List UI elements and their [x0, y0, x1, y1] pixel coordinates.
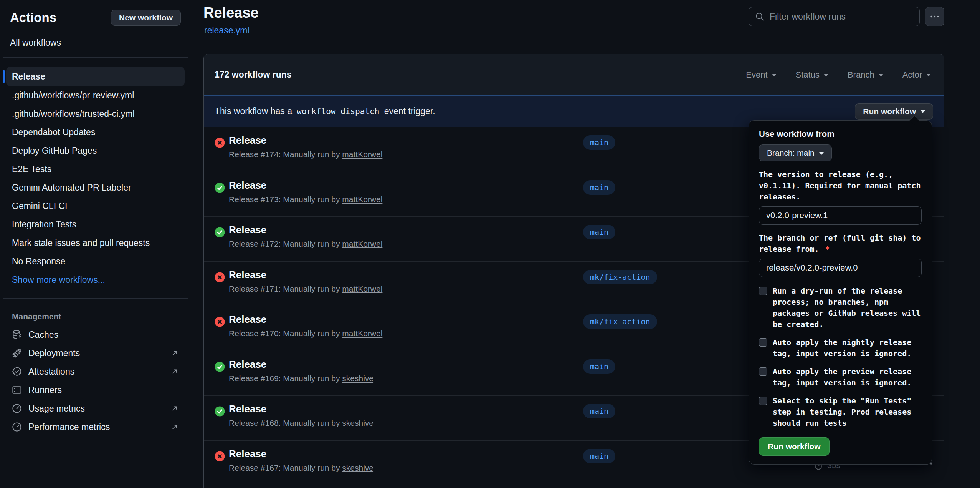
run-title-link[interactable]: Release — [229, 448, 266, 460]
sidebar-item-attestations[interactable]: Attestations — [6, 362, 185, 381]
sidebar-item-label: .github/workflows/trusted-ci.yml — [12, 109, 135, 119]
sidebar-item-release[interactable]: Release — [6, 67, 185, 86]
checkbox-label: Run a dry-run of the release process; no… — [773, 285, 922, 330]
workflow-options-button[interactable] — [925, 7, 944, 26]
sidebar-item-mark-stale-issues-and-pull-requests[interactable]: Mark stale issues and pull requests — [6, 234, 185, 252]
filter-event-dropdown[interactable]: Event — [746, 70, 776, 80]
dispatch-option-4: Select to skip the "Run Tests" step in t… — [759, 395, 922, 429]
management-heading: Management — [0, 308, 191, 325]
branch-badge[interactable]: main — [583, 135, 615, 150]
all-workflows-link[interactable]: All workflows — [10, 38, 181, 48]
sidebar-item-runners[interactable]: Runners — [6, 381, 185, 399]
filter-branch-dropdown[interactable]: Branch — [848, 70, 883, 80]
sidebar-item-gemini-cli-ci[interactable]: Gemini CLI CI — [6, 197, 185, 215]
checkbox[interactable] — [759, 338, 767, 347]
run-workflow-dropdown-button[interactable]: Run workflow — [855, 103, 933, 120]
branch-badge[interactable]: mk/fix-action — [583, 314, 657, 329]
run-actor-link[interactable]: mattKorwel — [342, 150, 382, 159]
run-title-link[interactable]: Release — [229, 224, 266, 236]
run-description: Release #170: Manually run by mattKorwel — [229, 329, 382, 338]
checkbox[interactable] — [759, 367, 767, 376]
sidebar-item-github-workflows-pr-review-yml[interactable]: .github/workflows/pr-review.yml — [6, 86, 185, 105]
branch-badge[interactable]: main — [583, 449, 615, 463]
main-content: Release release.yml 172 workflow runs Ev… — [191, 0, 980, 488]
run-title-link[interactable]: Release — [229, 403, 266, 415]
sidebar-item-usage-metrics[interactable]: Usage metrics — [6, 399, 185, 418]
run-actor-link[interactable]: mattKorwel — [342, 329, 382, 338]
run-actor-link[interactable]: mattKorwel — [342, 239, 382, 248]
x-circle-fill-icon — [215, 317, 225, 327]
server-icon — [12, 385, 22, 395]
show-more-workflows-link[interactable]: Show more workflows... — [6, 271, 185, 289]
sidebar-item-caches[interactable]: Caches — [6, 325, 185, 344]
sidebar: Actions New workflow All workflows Relea… — [0, 0, 191, 488]
branch-selector-button[interactable]: Branch: main — [759, 144, 832, 161]
branch-badge[interactable]: main — [583, 180, 615, 195]
sidebar-item-label: Mark stale issues and pull requests — [12, 238, 150, 248]
banner-code: workflow_dispatch — [294, 107, 382, 116]
banner-text-before: This workflow has a — [215, 106, 292, 116]
sidebar-divider — [3, 298, 188, 299]
run-actor-link[interactable]: skeshive — [342, 418, 373, 427]
branch-selector-label: Branch: main — [767, 148, 815, 158]
x-circle-fill-icon — [215, 272, 225, 282]
check-circle-fill-icon — [215, 406, 225, 417]
sidebar-item-integration-tests[interactable]: Integration Tests — [6, 215, 185, 234]
cache-icon — [12, 330, 22, 340]
meter-icon — [12, 403, 22, 413]
run-title-link[interactable]: Release — [229, 134, 266, 146]
run-actor-link[interactable]: skeshive — [342, 374, 373, 383]
sidebar-item-label: Performance metrics — [28, 422, 110, 432]
branch-badge[interactable]: mk/fix-action — [583, 270, 657, 284]
run-description: Release #168: Manually run by skeshive — [229, 418, 373, 428]
check-circle-fill-icon — [215, 183, 225, 193]
run-title-link[interactable]: Release — [229, 359, 266, 370]
arrow-up-right-icon — [170, 349, 179, 357]
run-title-link[interactable]: Release — [229, 269, 266, 281]
branch-badge[interactable]: main — [583, 404, 615, 418]
sidebar-item-github-workflows-trusted-ci-yml[interactable]: .github/workflows/trusted-ci.yml — [6, 105, 185, 123]
checkbox[interactable] — [759, 397, 767, 405]
run-description-text: Release #171: Manually run by — [229, 284, 342, 293]
sidebar-item-no-response[interactable]: No Response — [6, 252, 185, 271]
branch-badge[interactable]: main — [583, 225, 615, 239]
run-actor-link[interactable]: mattKorwel — [342, 195, 382, 204]
checkbox[interactable] — [759, 287, 767, 295]
dispatch-option-1: Run a dry-run of the release process; no… — [759, 285, 922, 330]
run-description-text: Release #173: Manually run by — [229, 195, 342, 204]
run-description-text: Release #167: Manually run by — [229, 463, 342, 472]
run-title-link[interactable]: Release — [229, 179, 266, 191]
sidebar-item-dependabot-updates[interactable]: Dependabot Updates — [6, 123, 185, 141]
run-actor-link[interactable]: mattKorwel — [342, 284, 382, 293]
required-asterisk: * — [825, 244, 830, 254]
workflow-file-link[interactable]: release.yml — [204, 25, 250, 36]
sidebar-item-performance-metrics[interactable]: Performance metrics — [6, 418, 185, 436]
version-input[interactable] — [759, 206, 922, 225]
use-workflow-from-label: Use workflow from — [759, 129, 922, 139]
run-description: Release #172: Manually run by mattKorwel — [229, 239, 382, 249]
sidebar-divider — [3, 57, 188, 58]
filter-label: Status — [796, 70, 820, 80]
filter-actor-dropdown[interactable]: Actor — [902, 70, 931, 80]
sidebar-item-deploy-github-pages[interactable]: Deploy GitHub Pages — [6, 141, 185, 160]
filter-status-dropdown[interactable]: Status — [796, 70, 828, 80]
banner-text: This workflow has a workflow_dispatch ev… — [215, 106, 435, 116]
sidebar-item-gemini-automated-pr-labeler[interactable]: Gemini Automated PR Labeler — [6, 178, 185, 197]
run-workflow-submit-button[interactable]: Run workflow — [759, 437, 830, 456]
filter-workflow-runs-input[interactable] — [769, 11, 913, 22]
sidebar-item-label: Runners — [28, 385, 62, 395]
sidebar-item-label: Usage metrics — [28, 403, 85, 414]
sidebar-item-label: Deploy GitHub Pages — [12, 146, 97, 156]
branch-badge[interactable]: main — [583, 359, 615, 374]
sidebar-item-deployments[interactable]: Deployments — [6, 344, 185, 362]
version-field-label: The version to release (e.g., v0.1.11). … — [759, 169, 922, 203]
sidebar-item-e2e-tests[interactable]: E2E Tests — [6, 160, 185, 178]
branch-ref-input[interactable] — [759, 259, 922, 277]
new-workflow-button[interactable]: New workflow — [111, 10, 181, 26]
filter-label: Event — [746, 70, 767, 80]
chevron-down-icon — [879, 74, 883, 76]
run-actor-link[interactable]: skeshive — [342, 463, 373, 472]
actions-title: Actions — [10, 10, 56, 25]
run-title-link[interactable]: Release — [229, 314, 266, 325]
chevron-down-icon — [926, 74, 931, 76]
